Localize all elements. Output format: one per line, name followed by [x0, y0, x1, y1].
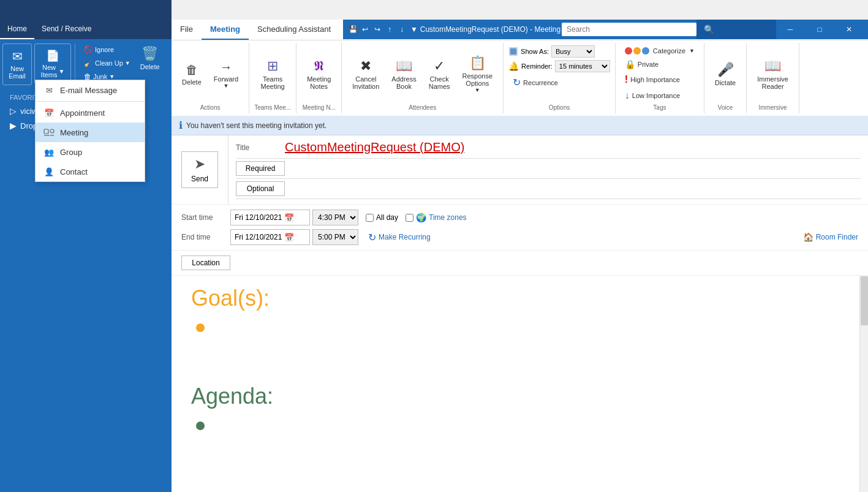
dropdown-meeting[interactable]: Meeting	[36, 123, 145, 142]
new-email-button[interactable]: ✉ New Email	[2, 44, 32, 85]
cat-orange	[633, 47, 641, 55]
ignore-button[interactable]: 🚫 Ignore	[79, 44, 135, 56]
send-button[interactable]: ➤ Send	[181, 151, 218, 188]
recurrence-button[interactable]: ↻ Recurrence	[508, 75, 562, 90]
meeting-icon	[43, 126, 55, 138]
delete-button[interactable]: 🗑 Delete	[176, 55, 207, 94]
teams-meeting-button[interactable]: ⊞ Teams Meeting	[255, 55, 290, 94]
response-options-button[interactable]: 📋 Response Options ▼	[457, 55, 499, 94]
all-day-label: All day	[376, 213, 398, 222]
required-button[interactable]: Required	[236, 161, 285, 176]
goal-bullet-row	[191, 321, 840, 335]
window-controls: ─ □ ✕	[776, 20, 863, 39]
end-date-input[interactable]: Fri 12/10/2021 📅	[230, 229, 310, 245]
dictate-button[interactable]: 🎤 Dictate	[709, 55, 741, 94]
immersive-reader-button[interactable]: 📖 Immersive Reader	[752, 55, 794, 94]
agenda-bullet	[196, 422, 205, 430]
cancel-invitation-button[interactable]: ✖ Cancel Invitation	[347, 55, 385, 94]
location-button[interactable]: Location	[181, 255, 230, 270]
save-icon[interactable]: 💾	[348, 25, 358, 34]
time-zones-link[interactable]: Time zones	[429, 213, 467, 222]
end-time-select[interactable]: 5:00 PM 5:30 PM	[312, 229, 358, 245]
search-input[interactable]	[562, 23, 696, 36]
ribbon-group-immersive: 📖 Immersive Reader Immersive	[747, 43, 799, 113]
low-importance-button[interactable]: ↓ Low Importance	[621, 88, 684, 103]
up-icon[interactable]: ↑	[385, 25, 394, 34]
ribbon-tab-file[interactable]: File	[172, 20, 202, 40]
new-items-dropdown: ✉ E-mail Message 📅 Appointment Meeting 👥…	[35, 80, 145, 182]
make-recurring-link[interactable]: ↻ Make Recurring	[368, 232, 431, 243]
info-bar: ℹ You haven't sent this meeting invitati…	[172, 116, 868, 135]
time-zones-checkbox[interactable]	[406, 214, 413, 222]
svg-point-1	[50, 129, 54, 133]
tags-label: Tags	[653, 104, 666, 111]
time-area: Start time Fri 12/10/2021 📅 4:30 PM 5:00…	[172, 205, 868, 251]
minimize-button[interactable]: ─	[776, 20, 804, 39]
calendar-icon: 📅	[284, 213, 294, 222]
forward-icon: →	[220, 60, 232, 74]
forward-button[interactable]: → Forward ▼	[208, 55, 244, 94]
reminder-select[interactable]: 15 minutes None 5 minutes 30 minutes	[555, 60, 610, 72]
more-icon[interactable]: ▼	[409, 25, 419, 34]
ribbon-tab-meeting[interactable]: Meeting	[202, 20, 249, 40]
title-label: Title	[236, 143, 285, 152]
ribbon-group-options: Show As: Busy Free Tentative 🔔 Reminder:…	[504, 43, 616, 113]
dropdown-email-message[interactable]: ✉ E-mail Message	[36, 80, 145, 100]
ribbon-group-voice: 🎤 Dictate Voice	[704, 43, 747, 113]
title-area: Title Required Optional	[228, 135, 868, 204]
ribbon-content: 🗑 Delete → Forward ▼ Actions ⊞ Teams Mee…	[172, 40, 868, 116]
info-message: You haven't sent this meeting invitation…	[186, 121, 326, 130]
scrollbar[interactable]	[859, 276, 868, 492]
redo-icon[interactable]: ↪	[372, 25, 382, 34]
dropdown-contact[interactable]: 👤 Contact	[36, 162, 145, 181]
show-as-select[interactable]: Busy Free Tentative	[551, 45, 595, 58]
recurring-arrow-icon: ↻	[368, 232, 376, 243]
dropdown-separator	[36, 101, 145, 102]
title-input[interactable]	[285, 140, 861, 154]
window-title: CustomMeetingRequest (DEMO) - Meeting	[419, 25, 562, 34]
restore-button[interactable]: □	[806, 20, 834, 39]
end-time-row: End time Fri 12/10/2021 📅 5:00 PM 5:30 P…	[181, 229, 858, 245]
room-finder-link[interactable]: 🏠 Room Finder	[803, 232, 858, 242]
down-icon[interactable]: ↓	[397, 25, 407, 34]
teams-items: ⊞ Teams Meeting	[255, 45, 290, 103]
meeting-notes-items: 𝕹 Meeting Notes	[301, 45, 336, 103]
search-button[interactable]: 🔍	[696, 20, 721, 39]
ribbon-group-attendees: ✖ Cancel Invitation 📖 Address Book ✓ Che…	[342, 43, 504, 113]
meeting-notes-button[interactable]: 𝕹 Meeting Notes	[301, 55, 336, 94]
dropdown-appointment[interactable]: 📅 Appointment	[36, 103, 145, 123]
agenda-heading: Agenda:	[191, 384, 840, 409]
optional-input[interactable]	[290, 184, 861, 193]
show-as-icon	[508, 47, 518, 56]
options-label: Options	[549, 104, 570, 111]
ribbon-group-meeting-notes: 𝕹 Meeting Notes Meeting N...	[296, 43, 342, 113]
low-importance-icon: ↓	[625, 90, 630, 101]
new-items-button[interactable]: 📄 New Items ▼	[34, 44, 71, 84]
ribbon-group-actions: 🗑 Delete → Forward ▼ Actions	[172, 43, 249, 113]
start-time-select[interactable]: 4:30 PM 5:00 PM	[312, 210, 358, 225]
check-names-button[interactable]: ✓ Check Names	[423, 55, 456, 94]
categorize-button[interactable]: Categorize ▼	[621, 45, 699, 56]
address-book-button[interactable]: 📖 Address Book	[386, 55, 421, 94]
immersive-items: 📖 Immersive Reader	[752, 45, 794, 103]
body-area: Goal(s): Agenda:	[172, 276, 868, 492]
scrollbar-thumb[interactable]	[861, 276, 868, 325]
undo-icon[interactable]: ↩	[360, 25, 370, 34]
all-day-row: All day	[366, 213, 398, 222]
location-input[interactable]	[235, 259, 858, 267]
cleanup-button[interactable]: 🧹 Clean Up ▼	[79, 57, 135, 69]
dropdown-group[interactable]: 👥 Group	[36, 142, 145, 162]
close-button[interactable]: ✕	[835, 20, 863, 39]
high-importance-button[interactable]: ! High Importance	[621, 72, 684, 87]
sidebar-tab-home[interactable]: Home	[0, 20, 34, 39]
ribbon-tab-scheduling[interactable]: Scheduling Assistant	[249, 20, 339, 40]
recurrence-icon: ↻	[513, 77, 521, 88]
agenda-bullet-row	[191, 419, 840, 433]
private-button[interactable]: 🔒 Private	[621, 58, 663, 71]
required-input[interactable]	[290, 164, 861, 173]
teams-label: Teams Mee...	[254, 104, 291, 111]
all-day-checkbox[interactable]	[366, 214, 374, 222]
sidebar-tab-send-receive[interactable]: Send / Receive	[34, 20, 99, 39]
optional-button[interactable]: Optional	[236, 181, 285, 196]
start-date-input[interactable]: Fri 12/10/2021 📅	[230, 210, 310, 225]
